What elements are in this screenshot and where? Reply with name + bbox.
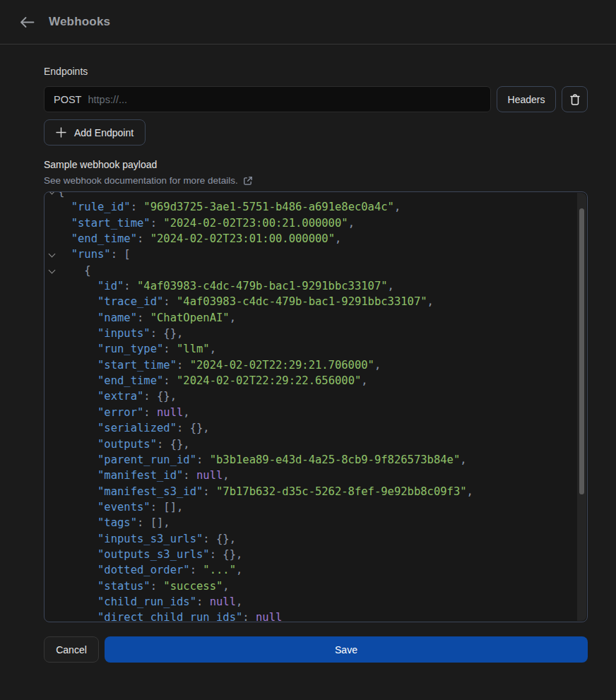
header: Webhooks — [0, 0, 616, 45]
code-line: "outputs_s3_urls": {}, — [45, 547, 587, 562]
endpoint-row: POST Headers — [44, 86, 588, 112]
payload-title: Sample webhook payload — [44, 159, 588, 170]
page-title: Webhooks — [49, 15, 110, 29]
code-line: "run_type": "llm", — [45, 341, 587, 357]
footer-actions: Cancel Save — [44, 636, 588, 663]
http-method-label: POST — [54, 94, 81, 105]
chevron-down-icon[interactable] — [49, 191, 56, 194]
code-content: { "rule_id": "969d3725-3ae1-5751-b486-a6… — [45, 191, 587, 622]
code-line: "outputs": {}, — [45, 437, 587, 452]
code-line: "manifest_id": null, — [45, 468, 587, 483]
headers-button[interactable]: Headers — [497, 86, 556, 112]
code-line: "parent_run_id": "b3b1ea89-e43d-4a25-8cb… — [45, 452, 587, 468]
docs-link-label: See webhook documentation for more detai… — [44, 175, 238, 186]
endpoint-url-input[interactable] — [88, 94, 481, 105]
code-line: "inputs": {}, — [45, 326, 587, 341]
chevron-down-icon[interactable] — [49, 266, 56, 273]
code-line: "trace_id": "4af03983-c4dc-479b-bac1-929… — [45, 294, 587, 309]
back-button[interactable] — [18, 15, 36, 30]
code-line: { — [45, 263, 587, 278]
editor-scrollbar-track[interactable] — [577, 193, 586, 621]
code-line: "runs": [ — [45, 247, 587, 262]
code-line: "direct_child_run_ids": null — [45, 610, 587, 622]
trash-icon — [569, 93, 581, 106]
code-line: "start_time": "2024-02-02T23:00:21.00000… — [45, 215, 587, 231]
code-line: "name": "ChatOpenAI", — [45, 310, 587, 326]
endpoint-url-field[interactable]: POST — [44, 86, 491, 112]
code-line: "manifest_s3_id": "7b17b632-d35c-5262-8f… — [45, 484, 587, 499]
plus-icon — [56, 127, 66, 138]
endpoints-label: Endpoints — [44, 66, 588, 77]
code-line: "serialized": {}, — [45, 420, 587, 436]
payload-code-editor[interactable]: { "rule_id": "969d3725-3ae1-5751-b486-a6… — [44, 191, 588, 622]
webhooks-panel: Webhooks Endpoints POST Headers — [0, 0, 616, 700]
code-line: "start_time": "2024-02-02T22:29:21.70600… — [45, 357, 587, 373]
code-line: "id": "4af03983-c4dc-479b-bac1-9291bbc33… — [45, 278, 587, 294]
save-button[interactable]: Save — [105, 636, 588, 663]
chevron-down-icon[interactable] — [49, 251, 56, 258]
add-endpoint-button[interactable]: Add Endpoint — [44, 119, 146, 146]
code-line: { — [45, 191, 587, 199]
delete-endpoint-button[interactable] — [562, 86, 588, 112]
editor-scrollbar-thumb[interactable] — [579, 208, 584, 494]
code-line: "extra": {}, — [45, 388, 587, 404]
code-line: "error": null, — [45, 405, 587, 420]
webhook-docs-link[interactable]: See webhook documentation for more detai… — [44, 175, 253, 186]
code-line: "end_time": "2024-02-02T23:01:00.000000"… — [45, 231, 587, 247]
add-endpoint-label: Add Endpoint — [74, 127, 134, 138]
cancel-button[interactable]: Cancel — [44, 636, 99, 663]
code-line: "child_run_ids": null, — [45, 594, 587, 610]
code-line: "events": [], — [45, 499, 587, 515]
code-line: "end_time": "2024-02-02T22:29:22.656000"… — [45, 373, 587, 388]
code-line: "dotted_order": "...", — [45, 562, 587, 578]
code-line: "status": "success", — [45, 579, 587, 594]
code-line: "inputs_s3_urls": {}, — [45, 531, 587, 547]
main-content: Endpoints POST Headers — [0, 66, 616, 663]
code-line: "tags": [], — [45, 515, 587, 530]
code-line: "rule_id": "969d3725-3ae1-5751-b486-a691… — [45, 199, 587, 215]
external-link-icon — [243, 176, 253, 186]
back-arrow-icon — [20, 16, 35, 28]
